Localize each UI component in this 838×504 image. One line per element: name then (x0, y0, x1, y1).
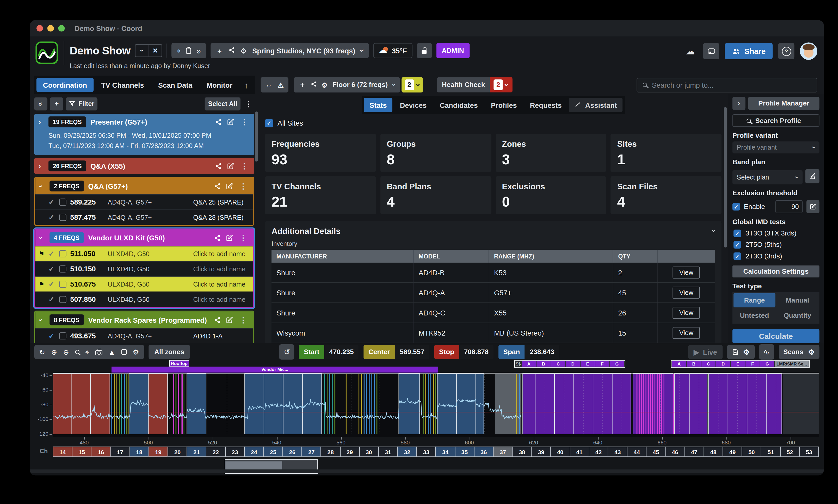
tv-channel-39[interactable]: 39 (531, 447, 551, 457)
marker-stop[interactable]: Stop708.878 (434, 345, 494, 359)
share-icon[interactable] (214, 183, 221, 190)
edit-icon[interactable] (227, 162, 234, 169)
scans-button[interactable]: Scans (783, 348, 803, 356)
tv-channel-44[interactable]: 44 (627, 447, 646, 457)
share-icon[interactable] (214, 234, 221, 241)
add-icon[interactable]: ＋ (216, 47, 223, 54)
frequency-row[interactable]: ⚑✓511.050ULXD4D, G50Click to add name (35, 246, 253, 261)
edit-icon[interactable] (226, 183, 233, 190)
view-button[interactable]: View (673, 327, 700, 339)
test-type-quantity[interactable]: Quantity (777, 309, 818, 323)
edit-icon[interactable] (226, 317, 233, 323)
tab-candidates[interactable]: Candidates (434, 98, 483, 112)
marker-start[interactable]: Start470.235 (299, 345, 359, 359)
profile-search[interactable] (732, 114, 819, 127)
edit-icon[interactable] (226, 234, 233, 241)
tv-channel-20[interactable]: 20 (168, 447, 187, 457)
collapse-panel-button[interactable]: › (732, 97, 746, 110)
tv-channel-25[interactable]: 25 (263, 447, 283, 457)
marker-center[interactable]: Center589.557 (363, 345, 429, 359)
marker-value[interactable]: 589.557 (395, 345, 429, 359)
tv-channel-45[interactable]: 45 (646, 447, 666, 457)
zoom-in-icon[interactable]: ⊕ (51, 348, 57, 356)
row-checkbox[interactable] (59, 281, 66, 288)
trace-icon[interactable]: ∿ (759, 344, 774, 360)
group-menu-icon[interactable]: ⋮ (239, 162, 250, 170)
group-menu-icon[interactable]: ⋮ (238, 233, 249, 242)
zone-block-g[interactable]: G (760, 361, 774, 366)
crosshair-icon[interactable]: ⌖ (85, 348, 89, 356)
view-button[interactable]: View (673, 287, 700, 299)
group-chevron-icon[interactable]: › (40, 182, 45, 190)
tab-assistant[interactable]: Assistant (569, 98, 623, 112)
fullscreen-icon[interactable] (121, 349, 127, 355)
test-type-range[interactable]: Range (733, 293, 775, 308)
sidebar-menu-icon[interactable]: ⋮ (243, 99, 254, 108)
row-checkbox[interactable] (59, 250, 66, 257)
spectrum-settings-icon[interactable]: ⚙ (132, 348, 139, 356)
zone-block-e[interactable]: E (731, 361, 745, 366)
frequency-row[interactable]: ✓587.475AD4Q-A, G57+Q&A 28 (SPARE) (35, 210, 253, 224)
edit-band-plan-button[interactable] (805, 169, 819, 184)
gear-icon[interactable]: ⚙ (321, 81, 328, 89)
test-type-untested[interactable]: Untested (733, 309, 775, 323)
minimize-window-button[interactable] (47, 25, 54, 32)
zone-block-e[interactable]: E (581, 361, 595, 366)
weather-chip[interactable]: ☁ 35°F (373, 43, 412, 58)
location-scan-icon[interactable]: ⌖ (177, 47, 181, 54)
tv-channel-36[interactable]: 36 (474, 447, 493, 457)
test-type-manual[interactable]: Manual (777, 293, 818, 308)
clipboard-icon[interactable] (186, 48, 191, 54)
group-header[interactable]: ›8 FREQSVendor Rack Spares (Programmed)⋮ (35, 312, 253, 328)
nav-tab-tv-channels[interactable]: TV Channels (95, 78, 151, 92)
tab-profiles[interactable]: Profiles (485, 98, 522, 112)
frequency-name[interactable]: AD4D 1-A (193, 332, 250, 340)
zone-block-b[interactable]: B (536, 361, 551, 366)
all-zones-button[interactable]: All zones (148, 345, 190, 359)
row-checkbox[interactable] (59, 296, 66, 303)
frequency-name[interactable]: Q&A 25 (SPARE) (193, 198, 250, 206)
sidebar-scrollbar[interactable] (255, 111, 258, 161)
group-header[interactable]: ›4 FREQSVendor ULXD Kit (G50)⋮ (35, 230, 253, 246)
threshold-input[interactable] (775, 200, 802, 214)
imd-checkbox[interactable]: ✓ (733, 253, 741, 260)
scans-gear-icon[interactable]: ⚙ (808, 348, 815, 356)
flag-icon[interactable]: ⚑ (39, 281, 44, 288)
nav-tab-monitor[interactable]: Monitor (200, 78, 239, 92)
warning-icon[interactable]: ⚠ (278, 81, 284, 89)
zone-block-f[interactable]: F (745, 361, 760, 366)
tv-channel-31[interactable]: 31 (378, 447, 398, 457)
zone-label-rooftop[interactable]: Rooftop (169, 360, 189, 366)
zoom-window-button[interactable] (58, 25, 65, 32)
profile-manager-button[interactable]: Profile Manager (748, 97, 819, 110)
calculate-button[interactable]: Calculate (732, 329, 819, 343)
frequency-name[interactable]: Click to add name (193, 281, 250, 288)
frequency-row[interactable]: ✓493.675AD4Q-A, G57+AD4D 1-A (35, 328, 253, 343)
select-all-button[interactable]: Select All (205, 97, 240, 110)
chat-button[interactable] (703, 43, 719, 59)
imd-checkbox[interactable]: ✓ (733, 241, 741, 249)
collapse-panel-icon[interactable]: › (710, 230, 718, 232)
spectrum-plot[interactable] (53, 373, 819, 437)
add-zone-icon[interactable]: ＋ (299, 80, 306, 90)
group-chevron-icon[interactable]: › (39, 162, 44, 170)
gear-icon[interactable]: ⚙ (743, 348, 750, 356)
sort-up-icon[interactable]: ↑ (244, 80, 248, 90)
profile-search-input[interactable] (755, 117, 805, 125)
peak-hold-icon[interactable]: ▲ (108, 348, 115, 356)
tv-channel-24[interactable]: 24 (244, 447, 264, 457)
frequency-row[interactable]: ✓507.850ULXD4D, G50Click to add name (35, 292, 253, 307)
show-dropdown-button[interactable]: › (136, 44, 148, 56)
band-plan-select[interactable]: Select plan › (732, 170, 803, 185)
expand-icon[interactable]: ↔ (266, 81, 272, 89)
live-toggle[interactable]: ▶ Live (688, 345, 723, 359)
nav-tab-coordination[interactable]: Coordination (36, 78, 93, 92)
zone-block-a[interactable]: A (672, 361, 686, 366)
zone-block-b[interactable]: B (687, 361, 701, 366)
tv-channel-50[interactable]: 50 (742, 447, 761, 457)
row-checkbox[interactable] (59, 199, 66, 205)
tv-channel-41[interactable]: 41 (569, 447, 589, 457)
tv-channel-17[interactable]: 17 (110, 447, 130, 457)
group-header[interactable]: ›26 FREQSQ&A (X55)⋮ (34, 158, 254, 174)
group-chevron-icon[interactable]: › (40, 234, 45, 242)
